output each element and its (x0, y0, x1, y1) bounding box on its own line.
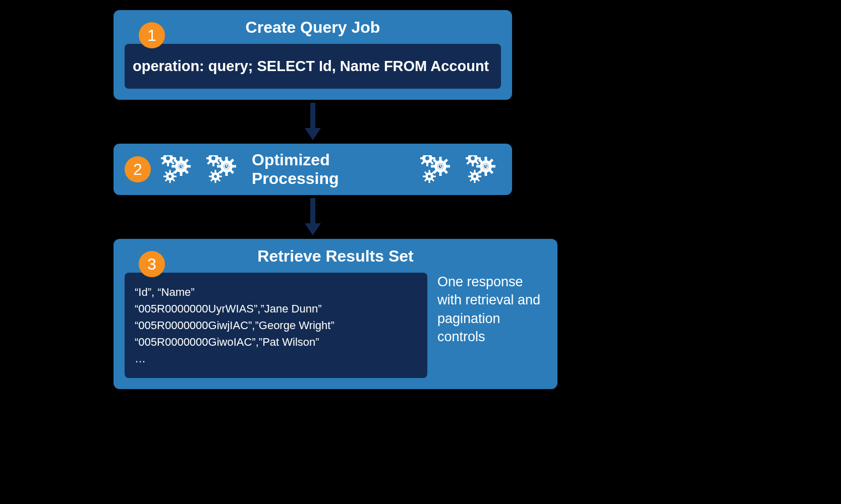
svg-rect-77 (439, 157, 442, 161)
svg-rect-103 (477, 157, 481, 159)
svg-rect-78 (439, 172, 442, 176)
arrow-2 (98, 198, 527, 236)
svg-point-9 (166, 156, 170, 160)
svg-rect-58 (215, 180, 216, 183)
svg-rect-113 (491, 165, 495, 168)
svg-rect-12 (180, 172, 183, 176)
svg-rect-110 (485, 157, 487, 161)
svg-rect-101 (472, 163, 474, 166)
step-1-title: Create Query Job (125, 18, 501, 37)
svg-rect-4 (173, 157, 176, 159)
svg-point-75 (425, 156, 429, 160)
svg-rect-46 (217, 165, 221, 168)
svg-rect-26 (163, 176, 166, 177)
svg-rect-112 (476, 165, 480, 168)
svg-rect-126 (478, 176, 481, 177)
step-3-panel: 3 Retrieve Results Set “Id”, “Name” “005… (114, 239, 557, 389)
svg-rect-91 (429, 180, 430, 183)
svg-rect-13 (172, 165, 176, 168)
svg-rect-80 (446, 165, 450, 168)
svg-rect-124 (474, 180, 476, 183)
svg-rect-35 (212, 163, 214, 166)
gear-cluster-icon (206, 155, 242, 183)
svg-rect-2 (167, 163, 169, 166)
svg-point-108 (471, 156, 475, 160)
svg-point-65 (214, 175, 217, 178)
svg-rect-25 (170, 180, 171, 183)
svg-rect-47 (232, 165, 236, 168)
svg-rect-59 (209, 176, 212, 177)
svg-rect-90 (429, 170, 430, 173)
svg-point-32 (169, 175, 172, 178)
svg-rect-93 (433, 176, 436, 177)
svg-rect-45 (226, 172, 228, 176)
svg-point-131 (473, 175, 476, 178)
svg-rect-111 (485, 172, 487, 176)
svg-rect-36 (206, 157, 209, 159)
diagram-canvas: 1 Create Query Job operation: query; SEL… (98, 10, 588, 494)
step-2-panel: 2 Optimized Processing (114, 144, 512, 195)
svg-rect-27 (174, 176, 177, 177)
step-3-results: “Id”, “Name” “005R0000000UyrWIAS”,”Jane … (125, 273, 427, 378)
svg-rect-92 (423, 176, 426, 177)
arrow-1 (98, 103, 527, 141)
step-3-side-note: One response with retrieval and paginati… (437, 273, 546, 346)
svg-point-42 (211, 156, 215, 160)
svg-rect-70 (432, 157, 435, 159)
step-2-title: Optimized Processing (252, 151, 410, 188)
gear-cluster-icon (420, 155, 456, 183)
gear-cluster-icon (466, 155, 501, 183)
svg-rect-24 (170, 170, 171, 173)
step-1-panel: 1 Create Query Job operation: query; SEL… (114, 10, 512, 100)
svg-rect-11 (180, 157, 183, 161)
svg-point-98 (428, 175, 431, 178)
step-1-code: operation: query; SELECT Id, Name FROM A… (125, 44, 501, 89)
svg-rect-3 (161, 157, 163, 159)
svg-rect-60 (219, 176, 222, 177)
svg-rect-44 (226, 157, 228, 161)
svg-rect-69 (420, 157, 423, 159)
svg-rect-68 (426, 163, 428, 166)
step-3-title: Retrieve Results Set (125, 247, 546, 266)
step-2-number: 2 (133, 160, 142, 179)
svg-rect-14 (187, 165, 191, 168)
svg-rect-79 (431, 165, 435, 168)
step-2-badge: 2 (125, 156, 151, 182)
svg-rect-123 (474, 170, 476, 173)
step-3-number: 3 (147, 255, 156, 274)
svg-rect-57 (215, 170, 216, 173)
svg-rect-37 (218, 157, 221, 159)
step-1-number: 1 (147, 26, 156, 45)
svg-rect-125 (468, 176, 471, 177)
step-1-badge: 1 (139, 22, 165, 48)
gear-cluster-icon (161, 155, 196, 183)
svg-rect-102 (466, 157, 468, 159)
step-3-badge: 3 (139, 251, 165, 277)
